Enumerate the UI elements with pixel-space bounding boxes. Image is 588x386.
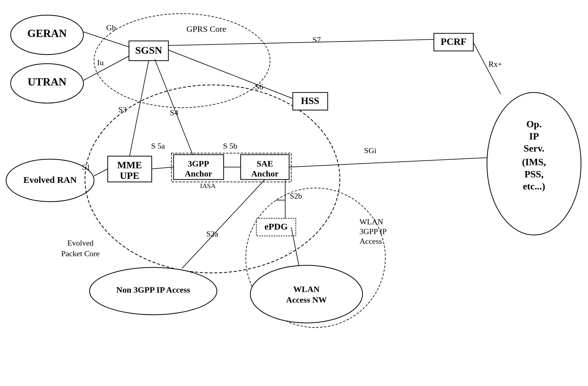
- hss-label: HSS: [301, 95, 319, 106]
- op-ip-label-1: Op.: [526, 119, 542, 129]
- mme-upe-label-2: UPE: [120, 170, 139, 181]
- gprs-core-label: GPRS Core: [186, 24, 226, 34]
- diagram-container: GERAN UTRAN Evolved RAN GPRS Core Evolve…: [0, 0, 588, 386]
- op-ip-label-3: Serv.: [524, 143, 544, 154]
- wlan-3gpp-label-3: Access: [360, 237, 382, 246]
- epdg-label: ePDG: [265, 221, 288, 231]
- mme-upe-label-1: MME: [117, 159, 142, 170]
- non-3gpp-label: Non 3GPP IP Access: [116, 285, 190, 294]
- wlan-3gpp-label-1: WLAN: [360, 217, 383, 226]
- iu-label: Iu: [97, 58, 104, 67]
- pcrf-label: PCRF: [441, 36, 466, 47]
- wlan-access-label-1: WLAN: [293, 284, 319, 294]
- iasa-label: IASA: [200, 182, 215, 190]
- op-ip-label-2: IP: [529, 131, 539, 142]
- s7-label: S7: [313, 35, 321, 44]
- s6-label: S6: [255, 82, 263, 91]
- geran-label: GERAN: [27, 27, 67, 39]
- s1-label: S1: [82, 163, 90, 172]
- sae-anchor-label-1: SAE: [257, 159, 273, 168]
- s5a-label: S 5a: [151, 142, 165, 150]
- evolved-packet-core-label-2: Packet Core: [61, 249, 100, 258]
- op-ip-label-6: etc...): [523, 181, 545, 192]
- op-ip-label-5: PSS,: [524, 169, 543, 180]
- wlan-access-label-2: Access NW: [286, 295, 327, 304]
- s4-label: S4: [170, 108, 178, 117]
- rx-plus-label: Rx+: [488, 60, 502, 69]
- svg-point-8: [250, 265, 363, 323]
- s2b-label: S2b: [290, 192, 302, 200]
- sgsn-label: SGSN: [135, 45, 162, 56]
- evolved-packet-core-label-1: Evolved: [67, 239, 94, 247]
- gb-label: Gb: [106, 23, 116, 32]
- s2a-label: S2a: [206, 230, 218, 238]
- s3-label: S3: [118, 105, 127, 114]
- 3gpp-anchor-label-1: 3GPP: [188, 159, 209, 168]
- op-ip-label-4: (IMS,: [522, 156, 546, 167]
- s5b-label: S 5b: [223, 142, 237, 150]
- wlan-3gpp-label-2: 3GPP IP: [360, 227, 387, 236]
- 3gpp-anchor-label-2: Anchor: [185, 169, 212, 178]
- sgi-label: SGi: [364, 146, 376, 155]
- utran-label: UTRAN: [28, 76, 66, 88]
- sae-anchor-label-2: Anchor: [251, 169, 279, 178]
- evolved-ran-label: Evolved RAN: [23, 175, 77, 185]
- architecture-diagram: GERAN UTRAN Evolved RAN GPRS Core Evolve…: [0, 0, 588, 386]
